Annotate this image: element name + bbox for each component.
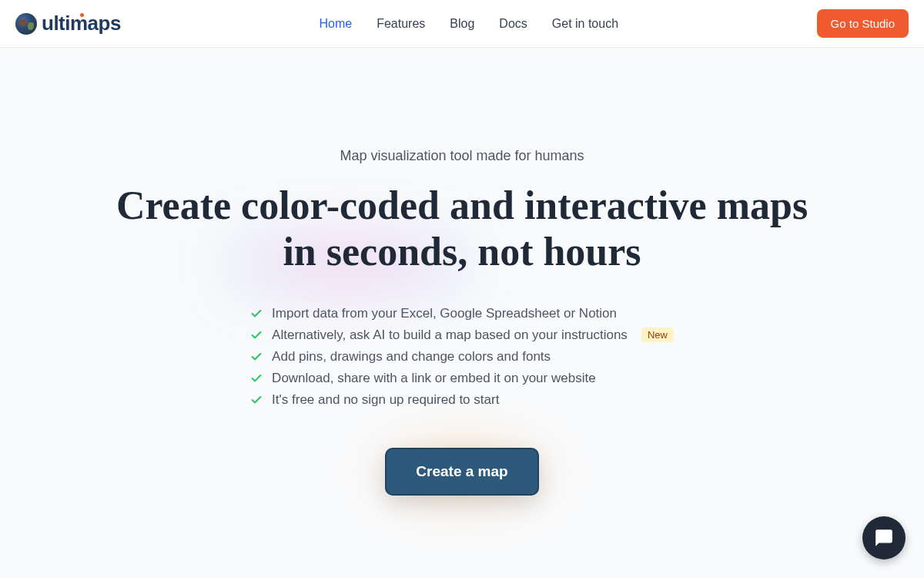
feature-text: Alternatively, ask AI to build a map bas… [272, 328, 628, 343]
nav-docs[interactable]: Docs [499, 17, 527, 31]
logo-accent-dot [80, 13, 84, 17]
nav-home[interactable]: Home [319, 17, 352, 31]
feature-list: Import data from your Excel, Google Spre… [250, 306, 674, 414]
brand-name: ultimaps [42, 12, 121, 35]
nav-blog[interactable]: Blog [450, 17, 474, 31]
nav-features[interactable]: Features [377, 17, 425, 31]
chat-widget-button[interactable] [862, 516, 906, 560]
new-badge: New [641, 328, 674, 342]
check-icon [250, 372, 263, 385]
cta-container: Create a map [385, 448, 538, 496]
brand-logo[interactable]: ultimaps [15, 12, 121, 35]
feature-text: Download, share with a link or embed it … [272, 371, 596, 386]
chat-icon [874, 528, 894, 548]
globe-icon [15, 13, 37, 35]
go-to-studio-button[interactable]: Go to Studio [817, 9, 909, 38]
primary-nav: Home Features Blog Docs Get in touch [121, 17, 817, 31]
feature-item: It's free and no sign up required to sta… [250, 392, 674, 408]
hero-tagline: Map visualization tool made for humans [0, 148, 924, 164]
hero-section: Map visualization tool made for humans C… [0, 48, 924, 496]
check-icon [250, 351, 263, 363]
feature-text: Add pins, drawings and change colors and… [272, 349, 551, 365]
check-icon [250, 329, 263, 341]
create-map-button[interactable]: Create a map [385, 448, 538, 496]
feature-item: Alternatively, ask AI to build a map bas… [250, 328, 674, 343]
hero-headline: Create color-coded and interactive maps … [0, 183, 924, 275]
check-icon [250, 394, 263, 406]
feature-item: Download, share with a link or embed it … [250, 371, 674, 386]
feature-text: It's free and no sign up required to sta… [272, 392, 499, 408]
feature-item: Add pins, drawings and change colors and… [250, 349, 674, 365]
nav-contact[interactable]: Get in touch [552, 17, 618, 31]
site-header: ultimaps Home Features Blog Docs Get in … [0, 0, 924, 48]
